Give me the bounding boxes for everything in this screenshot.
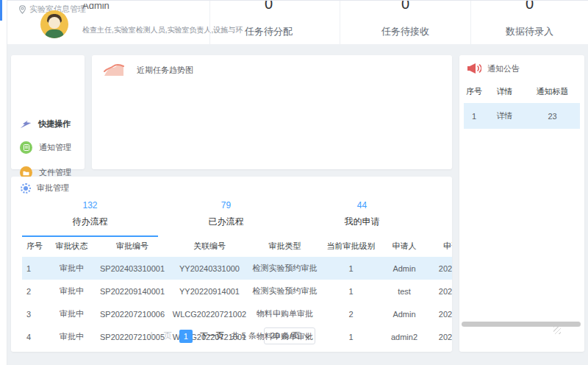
trend-chart-plot-empty [99, 91, 445, 163]
cell-type: 检测实验预约审批 [250, 257, 320, 280]
notice-index: 1 [464, 103, 484, 129]
tab-label: 待办流程 [22, 216, 158, 228]
cell-applicant: test [382, 280, 426, 302]
col-applicant: 申请人 [382, 235, 426, 257]
cell-level: 1 [320, 257, 382, 280]
megaphone-icon [467, 63, 481, 75]
sidebar-accent-bar [0, 0, 2, 21]
stat-tasks-to-assign: 0 任务待分配 [209, 1, 327, 44]
col-title: 通知标题 [525, 80, 580, 103]
approval-table-header: 序号 审批状态 审批编号 关联编号 审批类型 当前审批级别 申请人 申请时间 [22, 235, 452, 257]
horizontal-scrollbar[interactable] [462, 322, 581, 327]
dashboard-screen: 实验室信息管理 Admin 检查主任,实验室检测人员,实验室负责人,设施与环 0… [0, 0, 588, 365]
cell-type: 物料申购单审批 [250, 302, 320, 325]
next-page-button[interactable]: 下一页 [200, 330, 224, 341]
prev-page-button[interactable]: 上一页 [148, 330, 172, 341]
tab-label: 我的申请 [294, 216, 430, 228]
cell-related-no-link[interactable]: YY20220914001 [169, 280, 250, 302]
col-detail: 详情 [484, 80, 525, 103]
cell-approval-no: SP202403310001 [96, 257, 169, 280]
quick-actions-card: 快捷操作 通知管理 文件管理 用章管理 [11, 55, 85, 169]
quick-actions-title: 快捷操作 [38, 118, 71, 130]
notice-row[interactable]: 1 详情 23 [464, 103, 580, 129]
pagination: 上一页 1 下一页 共 5 条 20 条/页 [11, 327, 452, 344]
notice-table-header: 序号 详情 通知标题 [464, 80, 580, 103]
avatar[interactable] [40, 10, 68, 38]
total-count-label: 共 5 条 [232, 330, 257, 341]
resize-grip-icon[interactable] [553, 327, 561, 334]
cell-apply-time: 2022-09-14 [426, 280, 452, 302]
area-chart-icon [103, 61, 125, 79]
quick-actions-header: 快捷操作 [20, 118, 71, 130]
col-index: 序号 [464, 80, 484, 103]
collapsed-sidebar[interactable] [0, 0, 7, 365]
cell-apply-time: 2024-03-31 [426, 257, 452, 280]
cell-approval-no: SP202207210006 [96, 302, 169, 325]
notice-doc-icon [20, 141, 32, 154]
stat-label: 数据待录入 [471, 25, 588, 38]
header: 实验室信息管理 Admin 检查主任,实验室检测人员,实验室负责人,设施与环 0… [7, 0, 588, 44]
cell-level: 2 [320, 302, 382, 325]
approval-badge-icon [21, 183, 31, 194]
stat-data-to-enter: 0 数据待录入 [470, 1, 588, 44]
quick-action-notice-mgmt[interactable]: 通知管理 [20, 141, 71, 154]
col-status: 审批状态 [48, 235, 96, 257]
approval-tabs: 132 待办流程 79 已办流程 44 我的申请 [22, 197, 430, 237]
page-1-button[interactable]: 1 [179, 330, 193, 343]
table-row[interactable]: 2 审批中 SP202209140001 YY20220914001 检测实验预… [22, 280, 452, 302]
table-row[interactable]: 1 审批中 SP202403310001 YY20240331000 检测实验预… [22, 257, 452, 280]
col-level: 当前审批级别 [320, 235, 382, 257]
quick-action-label: 通知管理 [39, 142, 71, 153]
tab-count: 132 [22, 200, 158, 210]
cell-status: 审批中 [48, 257, 96, 280]
approval-card: 审批管理 132 待办流程 79 已办流程 44 我的申请 序号 [11, 177, 452, 352]
tab-label: 已办流程 [158, 216, 294, 228]
col-related-no: 关联编号 [169, 235, 250, 257]
stat-label: 任务待分配 [210, 25, 327, 38]
approval-title: 审批管理 [37, 182, 69, 194]
stat-tasks-to-receive: 0 任务待接收 [340, 1, 470, 44]
chevron-down-icon [304, 332, 310, 338]
location-pin-icon [18, 5, 26, 14]
col-apply-time: 申请时间 [426, 235, 452, 257]
stat-label: 任务待接收 [340, 25, 470, 38]
cell-level: 1 [320, 280, 382, 302]
page-size-value: 20 条/页 [270, 330, 300, 341]
cell-status: 审批中 [48, 302, 96, 325]
user-name-wrap: Admin [82, 4, 110, 13]
cell-applicant: Admin [382, 302, 426, 325]
stat-value: 0 [210, 1, 327, 13]
cell-applicant: Admin [382, 257, 426, 280]
col-approval-no: 审批编号 [96, 235, 169, 257]
cell-index: 2 [22, 280, 48, 302]
notice-detail-link[interactable]: 详情 [484, 103, 525, 129]
tab-count: 79 [158, 200, 294, 210]
tab-done[interactable]: 79 已办流程 [158, 197, 294, 237]
stat-value: 0 [340, 1, 470, 13]
avatar-face [49, 17, 60, 29]
tab-pending[interactable]: 132 待办流程 [22, 197, 158, 237]
cell-apply-time: 2022-07-21 [426, 302, 452, 325]
notice-board-title: 通知公告 [487, 63, 520, 74]
stat-value: 0 [471, 1, 588, 13]
cell-related-no-link[interactable]: WLCG20220721002 [169, 302, 250, 325]
tab-my-requests[interactable]: 44 我的申请 [294, 197, 430, 237]
cell-related-no-link[interactable]: YY20240331000 [169, 257, 250, 280]
trend-chart-title: 近期任务趋势图 [137, 65, 193, 76]
cell-index: 3 [22, 302, 48, 325]
cell-type: 检测实验预约审批 [250, 280, 320, 302]
notice-table: 序号 详情 通知标题 1 详情 23 [464, 80, 580, 129]
trend-chart-card: 近期任务趋势图 [92, 55, 452, 169]
cell-status: 审批中 [48, 280, 96, 302]
col-index: 序号 [22, 235, 48, 257]
page-size-select[interactable]: 20 条/页 [264, 327, 315, 344]
avatar-shirt [45, 29, 64, 38]
tab-count: 44 [294, 200, 430, 210]
notice-title-value: 23 [525, 103, 580, 129]
cell-index: 1 [22, 257, 48, 280]
send-icon [20, 120, 32, 129]
cell-approval-no: SP202209140001 [96, 280, 169, 302]
table-row[interactable]: 3 审批中 SP202207210006 WLCG20220721002 物料申… [22, 302, 452, 325]
notice-board-card: 通知公告 序号 详情 通知标题 1 详情 23 [459, 55, 584, 352]
col-type: 审批类型 [250, 235, 320, 257]
